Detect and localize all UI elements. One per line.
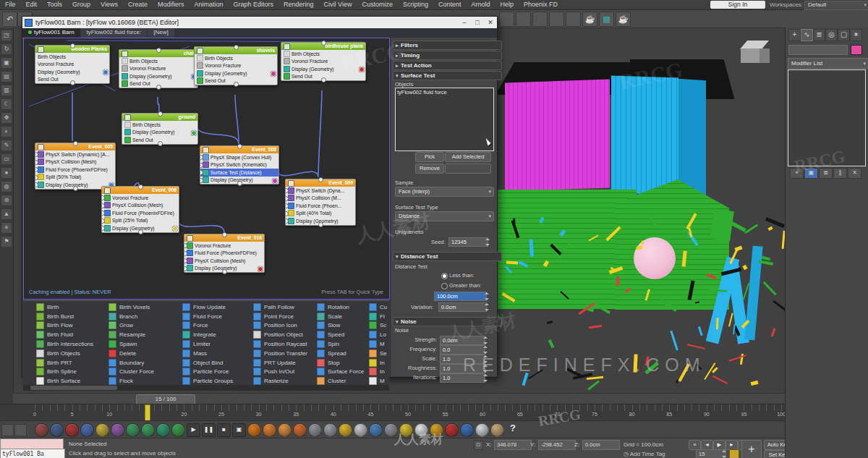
depot-item-in[interactable]: In xyxy=(369,358,387,368)
depot-item-particle-force[interactable]: Particle Force xyxy=(182,368,233,377)
noise-roughness-field[interactable]: 1.0 xyxy=(440,364,485,373)
input-port[interactable] xyxy=(35,160,38,165)
node-operator-voronoi-fracture[interactable]: Voronoi Fracture xyxy=(119,65,197,73)
add-time-tag[interactable]: ◷ Add Time Tag xyxy=(624,451,665,457)
node-shovels[interactable]: shovelsBirth ObjectsVoronoi FractureDisp… xyxy=(194,46,278,85)
depot-item-position-object[interactable]: Position Object xyxy=(253,330,307,339)
depot-item-limiter[interactable]: Limiter xyxy=(182,339,233,349)
depot-item-spread[interactable]: Spread xyxy=(317,349,364,358)
menu-views[interactable]: Views xyxy=(95,0,123,9)
variation-field[interactable]: 0.0cm xyxy=(438,302,487,312)
window-title-bar[interactable]: tyFlow001 Barn : [tyFlow v0.16069 (BETA)… xyxy=(22,17,497,28)
display-output-dot[interactable] xyxy=(271,71,276,77)
anim-toolbar-icon-1[interactable] xyxy=(50,423,64,437)
configure-modifier-sets-icon[interactable]: ✕ xyxy=(848,168,861,179)
tab-hierarchy[interactable]: ≣ xyxy=(813,29,825,41)
left-toolbar-icon-5[interactable]: ☾ xyxy=(1,98,12,110)
node-operator-birth-objects[interactable]: Birth Objects xyxy=(119,57,197,65)
viewcube[interactable] xyxy=(739,38,773,68)
depot-item-delete[interactable]: Delete xyxy=(109,349,154,358)
left-toolbar-icon-0[interactable]: ◳ xyxy=(1,30,12,41)
node-operator-voronoi-fracture[interactable]: Voronoi Fracture xyxy=(281,58,365,66)
trackbar-mode-icon[interactable] xyxy=(1,424,14,436)
depot-item-integrate[interactable]: Integrate xyxy=(182,330,233,339)
flow-tab-tyflow001-barn[interactable]: tyFlow001 Barn xyxy=(22,28,80,38)
node-operator-fluid-force-phoenixfdfire-[interactable]: Fluid Force (PhoenixFDFire) xyxy=(102,209,179,217)
node-operator-birth-objects[interactable]: Birth Objects xyxy=(195,54,277,62)
top-port[interactable] xyxy=(234,45,239,50)
stop-button[interactable]: ■ xyxy=(217,423,231,437)
node-chair[interactable]: chairBirth ObjectsVoronoi FractureDispla… xyxy=(119,49,198,88)
left-toolbar-icon-13[interactable]: ▲ xyxy=(1,208,12,220)
anim-toolbar-icon-0[interactable] xyxy=(35,423,48,437)
node-wooden-planks[interactable]: wooden PlanksBirth ObjectsVoronoi Fractu… xyxy=(35,45,110,84)
top-port[interactable] xyxy=(222,232,227,237)
modifier-stack-list[interactable] xyxy=(788,69,866,166)
variation-spinner[interactable] xyxy=(485,302,490,312)
menu-scripting[interactable]: Scripting xyxy=(398,0,433,9)
left-toolbar-icon-4[interactable]: ▥ xyxy=(1,85,12,96)
menu-customize[interactable]: Customize xyxy=(357,0,398,9)
depot-item-lo[interactable]: Lo xyxy=(369,330,387,339)
anim-toolbar-icon-21[interactable] xyxy=(354,423,367,437)
menu-create[interactable]: Create xyxy=(123,0,153,9)
depot-item-birth-voxels[interactable]: Birth Voxels xyxy=(109,302,154,312)
top-port[interactable] xyxy=(318,177,323,182)
node-operator-display-geometry-[interactable]: Display (Geometry) xyxy=(195,69,277,77)
depot-item-prt-update[interactable]: PRT Update xyxy=(253,358,307,368)
top-port[interactable] xyxy=(156,48,161,53)
menu-phoenix-fd[interactable]: Phoenix FD xyxy=(519,0,563,9)
rollout-surface-test[interactable]: ▾Surface Test xyxy=(393,71,502,80)
top-port[interactable] xyxy=(73,141,78,146)
depot-item-grow[interactable]: Grow xyxy=(109,321,154,331)
current-frame-marker[interactable] xyxy=(145,404,150,421)
menu-group[interactable]: Group xyxy=(67,0,95,9)
left-toolbar-icon-7[interactable]: ◐ xyxy=(1,126,12,137)
menu-animation[interactable]: Animation xyxy=(189,0,228,9)
new-key-plus-button[interactable]: + xyxy=(741,440,762,458)
node-event-016[interactable]: Event_016Voronoi FractureFluid Force (Ph… xyxy=(184,234,265,273)
menu-help[interactable]: Help xyxy=(495,0,519,9)
menu-edit[interactable]: Edit xyxy=(21,0,43,9)
node-operator-split-50-total-[interactable]: Split (50% Total) xyxy=(35,174,115,182)
node-operator-physx-switch-dyna-[interactable]: PhysX Switch (Dyna... xyxy=(286,187,355,195)
render-production-icon[interactable]: ☕ xyxy=(616,12,631,27)
depot-item-spin[interactable]: Spin xyxy=(317,339,364,349)
tab-motion[interactable]: ◎ xyxy=(825,29,838,41)
anim-toolbar-icon-29[interactable] xyxy=(475,423,489,437)
node-operator-fluid-force-phoenixfdfire-[interactable]: Fluid Force (PhoenixFDFire) xyxy=(184,250,264,258)
menu-rendering[interactable]: Rendering xyxy=(278,0,319,9)
noise-iterations-field[interactable]: 1.0 xyxy=(440,373,485,383)
bottom-port[interactable] xyxy=(138,229,143,234)
maxscript-mini-listener-pink[interactable] xyxy=(0,438,64,449)
noise-scale-field[interactable]: 1.0 xyxy=(440,355,485,364)
greater-than-radio[interactable] xyxy=(441,283,448,289)
input-port[interactable] xyxy=(35,175,38,180)
depot-item-path-follow[interactable]: Path Follow xyxy=(253,302,307,312)
tab-display[interactable]: ▢ xyxy=(838,29,850,41)
menu-tools[interactable]: Tools xyxy=(42,0,67,9)
anim-toolbar-icon-5[interactable] xyxy=(111,423,124,437)
menu-civil-view[interactable]: Civil View xyxy=(319,0,357,9)
node-operator-display-geometry-[interactable]: Display (Geometry) xyxy=(119,72,197,80)
remove-button[interactable]: Remove xyxy=(415,164,444,174)
pick-button[interactable]: Pick xyxy=(415,152,444,162)
anim-toolbar-icon-19[interactable] xyxy=(323,423,337,437)
anim-toolbar-icon-2[interactable] xyxy=(65,423,79,437)
node-event-005[interactable]: Event_005PhysX Switch (Dynamic) [A...Phy… xyxy=(35,143,116,190)
depot-item-position-raycast[interactable]: Position Raycast xyxy=(253,339,307,349)
less-than-radio[interactable] xyxy=(441,273,448,279)
bottom-port[interactable] xyxy=(237,181,242,186)
depot-item-resample[interactable]: Resample xyxy=(109,330,154,339)
workspaces-dropdown[interactable]: Default xyxy=(804,1,868,10)
object-color-swatch[interactable] xyxy=(851,45,862,55)
node-operator-physx-collision-mesh-[interactable]: PhysX Collision (Mesh) xyxy=(35,158,115,166)
left-toolbar-icon-8[interactable]: ✎ xyxy=(1,140,12,151)
modifier-list-dropdown[interactable]: Modifier List xyxy=(788,58,868,69)
input-port[interactable] xyxy=(200,178,203,183)
remove-modifier-icon[interactable]: ∥ xyxy=(833,168,847,179)
x-coord-field[interactable]: 346.078 xyxy=(494,440,532,450)
trackbar-filter-icon[interactable] xyxy=(14,424,27,436)
node-operator-birth-objects[interactable]: Birth Objects xyxy=(281,50,365,58)
anim-toolbar-icon-9[interactable] xyxy=(171,423,185,437)
